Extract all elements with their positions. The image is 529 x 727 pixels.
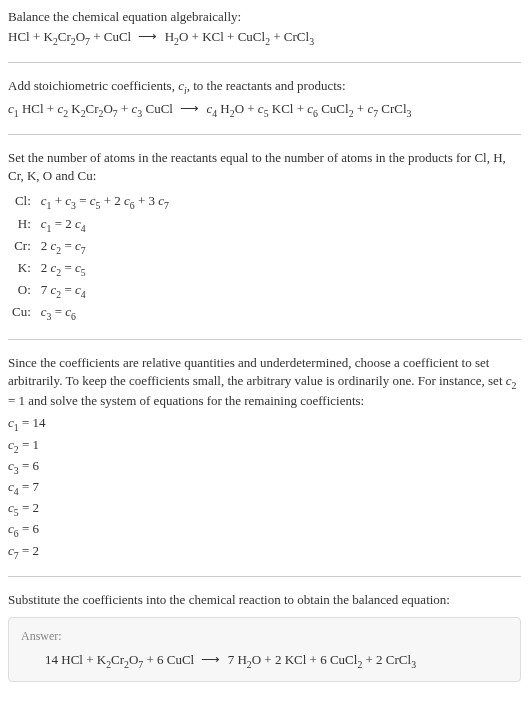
- stoich-equation: c1 HCl + c2 K2Cr2O7 + c3 CuCl ⟶ c4 H2O +…: [8, 100, 521, 120]
- coeff-item: c2 = 1: [8, 436, 521, 456]
- element-label: K:: [8, 258, 37, 280]
- coeff-list: c1 = 14 c2 = 1 c3 = 6 c4 = 7 c5 = 2 c6 =…: [8, 414, 521, 562]
- intro-equation: HCl + K2Cr2O7 + CuCl ⟶ H2O + KCl + CuCl2…: [8, 28, 521, 48]
- divider: [8, 62, 521, 63]
- coeff-item: c7 = 2: [8, 542, 521, 562]
- stoich-intro: Add stoichiometric coefficients, ci, to …: [8, 77, 521, 97]
- stoich-ci: ci: [178, 78, 187, 93]
- intro-text: Balance the chemical equation algebraica…: [8, 8, 521, 26]
- element-label: Cr:: [8, 236, 37, 258]
- divider: [8, 576, 521, 577]
- solve-section: Since the coefficients are relative quan…: [8, 354, 521, 562]
- table-row: Cu: c3 = c6: [8, 302, 173, 324]
- coeff-item: c1 = 14: [8, 414, 521, 434]
- stoich-section: Add stoichiometric coefficients, ci, to …: [8, 77, 521, 119]
- atoms-section: Set the number of atoms in the reactants…: [8, 149, 521, 325]
- table-row: Cl: c1 + c3 = c5 + 2 c6 + 3 c7: [8, 191, 173, 213]
- atoms-intro: Set the number of atoms in the reactants…: [8, 149, 521, 185]
- coeff-item: c5 = 2: [8, 499, 521, 519]
- coeff-item: c3 = 6: [8, 457, 521, 477]
- stoich-prefix: Add stoichiometric coefficients,: [8, 78, 178, 93]
- table-row: Cr: 2 c2 = c7: [8, 236, 173, 258]
- answer-box: Answer: 14 HCl + K2Cr2O7 + 6 CuCl ⟶ 7 H2…: [8, 617, 521, 682]
- element-equation: c1 + c3 = c5 + 2 c6 + 3 c7: [37, 191, 173, 213]
- divider: [8, 339, 521, 340]
- final-section: Substitute the coefficients into the che…: [8, 591, 521, 682]
- table-row: H: c1 = 2 c4: [8, 214, 173, 236]
- table-row: K: 2 c2 = c5: [8, 258, 173, 280]
- element-equation: c3 = c6: [37, 302, 173, 324]
- element-equation: 2 c2 = c7: [37, 236, 173, 258]
- element-label: H:: [8, 214, 37, 236]
- element-equation: 7 c2 = c4: [37, 280, 173, 302]
- atoms-table: Cl: c1 + c3 = c5 + 2 c6 + 3 c7 H: c1 = 2…: [8, 191, 173, 324]
- element-label: Cu:: [8, 302, 37, 324]
- answer-label: Answer:: [21, 628, 508, 645]
- element-label: O:: [8, 280, 37, 302]
- answer-equation: 14 HCl + K2Cr2O7 + 6 CuCl ⟶ 7 H2O + 2 KC…: [21, 651, 508, 671]
- stoich-suffix: , to the reactants and products:: [187, 78, 346, 93]
- element-equation: c1 = 2 c4: [37, 214, 173, 236]
- table-row: O: 7 c2 = c4: [8, 280, 173, 302]
- coeff-item: c4 = 7: [8, 478, 521, 498]
- element-equation: 2 c2 = c5: [37, 258, 173, 280]
- divider: [8, 134, 521, 135]
- solve-intro: Since the coefficients are relative quan…: [8, 354, 521, 411]
- coeff-item: c6 = 6: [8, 520, 521, 540]
- intro-section: Balance the chemical equation algebraica…: [8, 8, 521, 48]
- element-label: Cl:: [8, 191, 37, 213]
- final-intro: Substitute the coefficients into the che…: [8, 591, 521, 609]
